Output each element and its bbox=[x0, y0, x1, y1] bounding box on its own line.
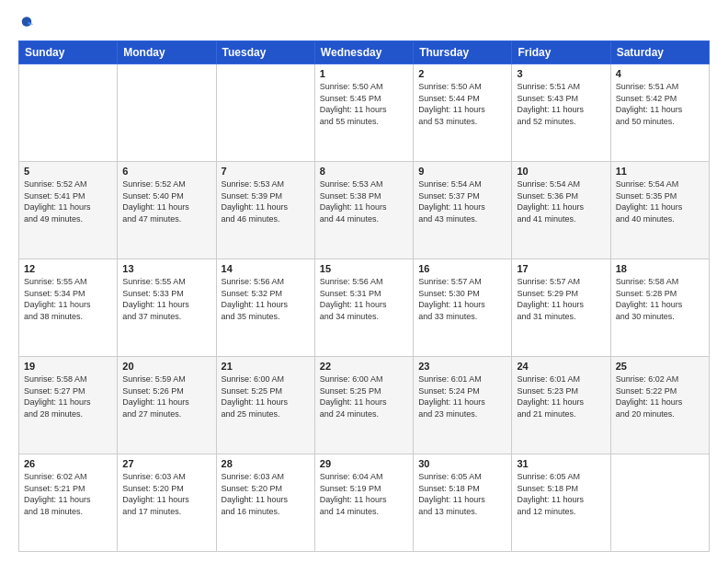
day-cell: 30Sunrise: 6:05 AM Sunset: 5:18 PM Dayli… bbox=[414, 454, 512, 552]
day-number: 26 bbox=[24, 458, 112, 469]
day-cell: 26Sunrise: 6:02 AM Sunset: 5:21 PM Dayli… bbox=[19, 454, 118, 552]
week-row-5: 26Sunrise: 6:02 AM Sunset: 5:21 PM Dayli… bbox=[19, 454, 710, 552]
day-cell: 25Sunrise: 6:02 AM Sunset: 5:22 PM Dayli… bbox=[610, 357, 709, 454]
day-info: Sunrise: 6:02 AM Sunset: 5:21 PM Dayligh… bbox=[24, 471, 112, 517]
day-cell: 24Sunrise: 6:01 AM Sunset: 5:23 PM Dayli… bbox=[512, 357, 610, 454]
day-cell: 1Sunrise: 5:50 AM Sunset: 5:45 PM Daylig… bbox=[314, 64, 413, 162]
day-cell: 27Sunrise: 6:03 AM Sunset: 5:20 PM Dayli… bbox=[118, 454, 216, 552]
day-number: 3 bbox=[517, 68, 605, 79]
day-info: Sunrise: 5:56 AM Sunset: 5:32 PM Dayligh… bbox=[222, 276, 310, 322]
day-cell bbox=[19, 64, 118, 162]
day-number: 30 bbox=[418, 458, 506, 469]
day-cell: 10Sunrise: 5:54 AM Sunset: 5:36 PM Dayli… bbox=[512, 162, 610, 259]
day-number: 29 bbox=[320, 458, 408, 469]
day-info: Sunrise: 5:52 AM Sunset: 5:40 PM Dayligh… bbox=[122, 178, 210, 224]
day-number: 8 bbox=[320, 166, 408, 177]
day-number: 13 bbox=[122, 263, 210, 274]
day-info: Sunrise: 5:52 AM Sunset: 5:41 PM Dayligh… bbox=[24, 178, 112, 224]
day-info: Sunrise: 5:58 AM Sunset: 5:27 PM Dayligh… bbox=[24, 373, 112, 419]
day-number: 20 bbox=[122, 361, 210, 372]
day-number: 12 bbox=[24, 263, 112, 274]
day-info: Sunrise: 5:59 AM Sunset: 5:26 PM Dayligh… bbox=[122, 373, 210, 419]
day-number: 24 bbox=[517, 361, 605, 372]
day-info: Sunrise: 5:51 AM Sunset: 5:42 PM Dayligh… bbox=[616, 81, 704, 127]
day-number: 25 bbox=[616, 361, 704, 372]
logo-icon bbox=[18, 15, 35, 31]
day-info: Sunrise: 5:55 AM Sunset: 5:34 PM Dayligh… bbox=[24, 276, 112, 322]
day-cell: 20Sunrise: 5:59 AM Sunset: 5:26 PM Dayli… bbox=[118, 357, 216, 454]
day-cell: 14Sunrise: 5:56 AM Sunset: 5:32 PM Dayli… bbox=[216, 259, 314, 357]
day-info: Sunrise: 5:50 AM Sunset: 5:45 PM Dayligh… bbox=[320, 81, 408, 127]
day-cell: 8Sunrise: 5:53 AM Sunset: 5:38 PM Daylig… bbox=[314, 162, 413, 259]
day-info: Sunrise: 6:04 AM Sunset: 5:19 PM Dayligh… bbox=[320, 471, 408, 517]
day-cell: 31Sunrise: 6:05 AM Sunset: 5:18 PM Dayli… bbox=[512, 454, 610, 552]
week-row-4: 19Sunrise: 5:58 AM Sunset: 5:27 PM Dayli… bbox=[19, 357, 710, 454]
weekday-header-row: SundayMondayTuesdayWednesdayThursdayFrid… bbox=[19, 41, 710, 64]
day-cell: 19Sunrise: 5:58 AM Sunset: 5:27 PM Dayli… bbox=[19, 357, 118, 454]
day-cell: 16Sunrise: 5:57 AM Sunset: 5:30 PM Dayli… bbox=[414, 259, 512, 357]
day-cell: 7Sunrise: 5:53 AM Sunset: 5:39 PM Daylig… bbox=[216, 162, 314, 259]
day-cell: 29Sunrise: 6:04 AM Sunset: 5:19 PM Dayli… bbox=[314, 454, 413, 552]
page: SundayMondayTuesdayWednesdayThursdayFrid… bbox=[0, 0, 728, 563]
day-info: Sunrise: 6:01 AM Sunset: 5:23 PM Dayligh… bbox=[517, 373, 605, 419]
day-cell bbox=[610, 454, 709, 552]
day-info: Sunrise: 6:03 AM Sunset: 5:20 PM Dayligh… bbox=[122, 471, 210, 517]
day-cell: 17Sunrise: 5:57 AM Sunset: 5:29 PM Dayli… bbox=[512, 259, 610, 357]
day-info: Sunrise: 6:02 AM Sunset: 5:22 PM Dayligh… bbox=[616, 373, 704, 419]
day-info: Sunrise: 5:50 AM Sunset: 5:44 PM Dayligh… bbox=[418, 81, 506, 127]
day-cell: 13Sunrise: 5:55 AM Sunset: 5:33 PM Dayli… bbox=[118, 259, 216, 357]
day-cell: 21Sunrise: 6:00 AM Sunset: 5:25 PM Dayli… bbox=[216, 357, 314, 454]
day-number: 19 bbox=[24, 361, 112, 372]
day-cell: 5Sunrise: 5:52 AM Sunset: 5:41 PM Daylig… bbox=[19, 162, 118, 259]
day-cell: 12Sunrise: 5:55 AM Sunset: 5:34 PM Dayli… bbox=[19, 259, 118, 357]
day-number: 21 bbox=[222, 361, 310, 372]
day-info: Sunrise: 5:54 AM Sunset: 5:37 PM Dayligh… bbox=[418, 178, 506, 224]
day-number: 15 bbox=[320, 263, 408, 274]
weekday-header-monday: Monday bbox=[118, 41, 216, 64]
day-info: Sunrise: 5:55 AM Sunset: 5:33 PM Dayligh… bbox=[122, 276, 210, 322]
weekday-header-wednesday: Wednesday bbox=[314, 41, 413, 64]
week-row-3: 12Sunrise: 5:55 AM Sunset: 5:34 PM Dayli… bbox=[19, 259, 710, 357]
day-cell: 18Sunrise: 5:58 AM Sunset: 5:28 PM Dayli… bbox=[610, 259, 709, 357]
day-number: 23 bbox=[418, 361, 506, 372]
day-cell: 28Sunrise: 6:03 AM Sunset: 5:20 PM Dayli… bbox=[216, 454, 314, 552]
day-cell: 23Sunrise: 6:01 AM Sunset: 5:24 PM Dayli… bbox=[414, 357, 512, 454]
day-info: Sunrise: 5:56 AM Sunset: 5:31 PM Dayligh… bbox=[320, 276, 408, 322]
day-number: 27 bbox=[122, 458, 210, 469]
day-info: Sunrise: 5:58 AM Sunset: 5:28 PM Dayligh… bbox=[616, 276, 704, 322]
day-number: 6 bbox=[122, 166, 210, 177]
day-cell: 2Sunrise: 5:50 AM Sunset: 5:44 PM Daylig… bbox=[414, 64, 512, 162]
day-number: 31 bbox=[517, 458, 605, 469]
day-cell: 4Sunrise: 5:51 AM Sunset: 5:42 PM Daylig… bbox=[610, 64, 709, 162]
day-cell bbox=[216, 64, 314, 162]
day-cell: 9Sunrise: 5:54 AM Sunset: 5:37 PM Daylig… bbox=[414, 162, 512, 259]
day-number: 9 bbox=[418, 166, 506, 177]
day-info: Sunrise: 5:53 AM Sunset: 5:38 PM Dayligh… bbox=[320, 178, 408, 224]
day-cell: 22Sunrise: 6:00 AM Sunset: 5:25 PM Dayli… bbox=[314, 357, 413, 454]
day-info: Sunrise: 5:54 AM Sunset: 5:35 PM Dayligh… bbox=[616, 178, 704, 224]
weekday-header-thursday: Thursday bbox=[414, 41, 512, 64]
day-number: 14 bbox=[222, 263, 310, 274]
day-number: 11 bbox=[616, 166, 704, 177]
day-info: Sunrise: 6:00 AM Sunset: 5:25 PM Dayligh… bbox=[320, 373, 408, 419]
day-number: 10 bbox=[517, 166, 605, 177]
day-number: 16 bbox=[418, 263, 506, 274]
weekday-header-friday: Friday bbox=[512, 41, 610, 64]
day-cell: 15Sunrise: 5:56 AM Sunset: 5:31 PM Dayli… bbox=[314, 259, 413, 357]
day-info: Sunrise: 6:05 AM Sunset: 5:18 PM Dayligh… bbox=[517, 471, 605, 517]
day-cell bbox=[118, 64, 216, 162]
day-info: Sunrise: 6:05 AM Sunset: 5:18 PM Dayligh… bbox=[418, 471, 506, 517]
day-info: Sunrise: 6:03 AM Sunset: 5:20 PM Dayligh… bbox=[222, 471, 310, 517]
day-info: Sunrise: 5:53 AM Sunset: 5:39 PM Dayligh… bbox=[222, 178, 310, 224]
logo bbox=[18, 15, 39, 31]
day-info: Sunrise: 6:00 AM Sunset: 5:25 PM Dayligh… bbox=[222, 373, 310, 419]
day-number: 22 bbox=[320, 361, 408, 372]
day-number: 1 bbox=[320, 68, 408, 79]
day-number: 18 bbox=[616, 263, 704, 274]
week-row-1: 1Sunrise: 5:50 AM Sunset: 5:45 PM Daylig… bbox=[19, 64, 710, 162]
header bbox=[18, 15, 710, 31]
day-number: 4 bbox=[616, 68, 704, 79]
weekday-header-tuesday: Tuesday bbox=[216, 41, 314, 64]
weekday-header-sunday: Sunday bbox=[19, 41, 118, 64]
weekday-header-saturday: Saturday bbox=[610, 41, 709, 64]
